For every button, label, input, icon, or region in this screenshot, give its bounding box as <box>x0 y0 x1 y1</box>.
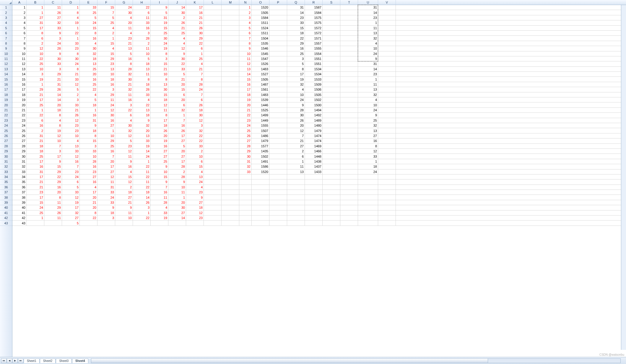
cell-N21[interactable]: 21 <box>239 108 252 112</box>
cell-Q40[interactable] <box>287 205 305 210</box>
cell-Q23[interactable]: 26 <box>287 118 305 123</box>
cell-A8[interactable]: 8 <box>12 41 27 46</box>
cell-R34[interactable] <box>305 174 323 179</box>
cell-F34[interactable]: 12 <box>97 174 115 179</box>
cell-T18[interactable] <box>340 92 358 97</box>
cell-S29[interactable] <box>323 149 340 154</box>
cell-U4[interactable]: 1 <box>358 20 378 25</box>
cell-F26[interactable]: 10 <box>97 133 115 138</box>
cell-P19[interactable] <box>269 97 287 102</box>
cell-T10[interactable] <box>340 51 358 56</box>
cell-F14[interactable]: 10 <box>97 72 115 76</box>
cell-D27[interactable]: 4 <box>62 138 80 143</box>
cell-U41[interactable] <box>358 210 378 215</box>
cell-P38[interactable] <box>269 195 287 200</box>
cell-A33[interactable]: 33 <box>12 169 27 174</box>
cell-G28[interactable]: 23 <box>115 144 133 148</box>
cell-L2[interactable] <box>204 10 222 15</box>
cell-B38[interactable]: 17 <box>27 195 44 200</box>
cell-R13[interactable]: 1534 <box>305 67 323 71</box>
cell-Q27[interactable]: 21 <box>287 138 305 143</box>
cell-Q4[interactable]: 33 <box>287 20 305 25</box>
cell-Q29[interactable]: 2 <box>287 149 305 154</box>
cell-O26[interactable]: 1486 <box>252 133 269 138</box>
cell-T21[interactable] <box>340 108 358 112</box>
cell-J9[interactable]: 12 <box>168 46 186 51</box>
cell-Q35[interactable] <box>287 179 305 184</box>
cell-S27[interactable] <box>323 138 340 143</box>
cell-O42[interactable] <box>252 216 269 220</box>
cell-L23[interactable] <box>204 118 222 123</box>
row-header-36[interactable]: 36 <box>0 185 12 190</box>
cell-K17[interactable]: 24 <box>186 87 204 92</box>
cell-N39[interactable] <box>239 200 252 205</box>
cell-H37[interactable]: 18 <box>133 190 151 195</box>
cell-H26[interactable]: 13 <box>133 133 151 138</box>
cell-O4[interactable]: 1511 <box>252 20 269 25</box>
cell-N30[interactable]: 30 <box>239 154 252 159</box>
cell-J26[interactable]: 17 <box>168 133 186 138</box>
cell-L30[interactable] <box>204 154 222 159</box>
cell-A32[interactable]: 32 <box>12 164 27 169</box>
cell-Q32[interactable]: 11 <box>287 164 305 169</box>
cell-A15[interactable]: 15 <box>12 77 27 81</box>
cell-T2[interactable] <box>340 10 358 15</box>
cell-D40[interactable]: 17 <box>62 205 80 210</box>
cell-T31[interactable] <box>340 159 358 164</box>
cell-M9[interactable] <box>222 46 239 51</box>
column-header-F[interactable]: F <box>97 0 115 5</box>
cell-A1[interactable]: 1 <box>12 5 27 10</box>
cell-K38[interactable]: 9 <box>186 195 204 200</box>
cell-P1[interactable] <box>269 5 287 10</box>
cell-I35[interactable]: 9 <box>151 179 168 184</box>
cell-M8[interactable] <box>222 41 239 46</box>
cell-L29[interactable] <box>204 149 222 154</box>
cell-G3[interactable]: 4 <box>115 15 133 20</box>
cell-M37[interactable] <box>222 190 239 195</box>
cell-G11[interactable]: 16 <box>115 56 133 61</box>
cell-U30[interactable]: 33 <box>358 154 378 159</box>
row-header-39[interactable]: 39 <box>0 200 12 205</box>
cell-E41[interactable]: 8 <box>80 210 97 215</box>
cell-M13[interactable] <box>222 67 239 71</box>
cell-L41[interactable] <box>204 210 222 215</box>
cell-C33[interactable]: 29 <box>44 169 62 174</box>
row-header-38[interactable]: 38 <box>0 195 12 200</box>
cell-I14[interactable]: 10 <box>151 72 168 76</box>
cell-H38[interactable]: 14 <box>133 195 151 200</box>
cell-G9[interactable]: 13 <box>115 46 133 51</box>
cell-O38[interactable] <box>252 195 269 200</box>
cell-P26[interactable] <box>269 133 287 138</box>
cell-K6[interactable]: 30 <box>186 31 204 35</box>
cell-U10[interactable]: 24 <box>358 51 378 56</box>
cell-R35[interactable] <box>305 179 323 184</box>
cell-T4[interactable] <box>340 20 358 25</box>
cell-R28[interactable]: 1469 <box>305 144 323 148</box>
cell-U25[interactable]: 13 <box>358 128 378 133</box>
cell-D13[interactable]: 8 <box>62 67 80 71</box>
row-header-11[interactable]: 11 <box>0 56 12 61</box>
cell-B11[interactable]: 22 <box>27 56 44 61</box>
cell-N5[interactable]: 5 <box>239 26 252 30</box>
cell-D35[interactable]: 6 <box>62 179 80 184</box>
cell-M19[interactable] <box>222 97 239 102</box>
cell-B7[interactable]: 6 <box>27 36 44 40</box>
cell-R12[interactable]: 1551 <box>305 61 323 66</box>
cell-R1[interactable]: 1587 <box>305 5 323 10</box>
cell-U3[interactable]: 23 <box>358 15 378 20</box>
cell-F19[interactable]: 11 <box>97 97 115 102</box>
cell-F1[interactable]: 15 <box>97 5 115 10</box>
cell-Q9[interactable]: 16 <box>287 46 305 51</box>
cell-J24[interactable]: 16 <box>168 123 186 128</box>
cell-Q17[interactable]: 4 <box>287 87 305 92</box>
cell-R30[interactable]: 1448 <box>305 154 323 159</box>
cell-P7[interactable] <box>269 36 287 40</box>
cell-D24[interactable]: 23 <box>62 123 80 128</box>
cell-U5[interactable]: 11 <box>358 26 378 30</box>
cell-T15[interactable] <box>340 77 358 81</box>
cell-O14[interactable]: 1527 <box>252 72 269 76</box>
row-header-23[interactable]: 23 <box>0 118 12 123</box>
cell-U23[interactable]: 25 <box>358 118 378 123</box>
cell-T9[interactable] <box>340 46 358 51</box>
cell-R36[interactable] <box>305 185 323 190</box>
